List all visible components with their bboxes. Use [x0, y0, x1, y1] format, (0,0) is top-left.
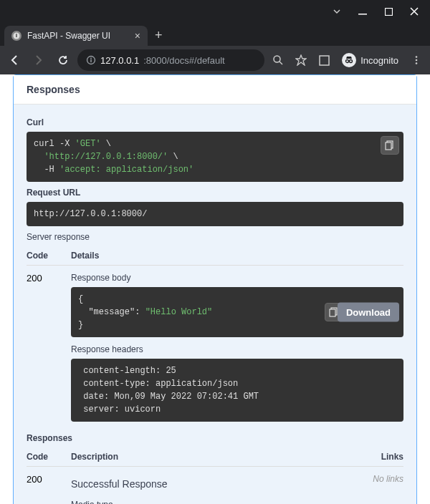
- forward-button[interactable]: [29, 50, 49, 70]
- address-bar[interactable]: 127.0.0.1:8000/docs#/default: [77, 49, 264, 71]
- request-url-value: http://127.0.0.1:8000/: [27, 202, 403, 226]
- col-code-label: Code: [27, 452, 71, 462]
- site-info-icon[interactable]: [86, 55, 96, 65]
- svg-point-5: [90, 58, 92, 59]
- back-button[interactable]: [4, 50, 24, 70]
- url-path: :8000/docs#/default: [143, 55, 224, 66]
- doc-responses-row: 200 No links Successful Response Media t…: [27, 474, 403, 504]
- extensions-icon[interactable]: [315, 51, 333, 69]
- tab-strip: i FastAPI - Swagger UI × +: [0, 23, 430, 46]
- window-close-button[interactable]: [401, 1, 427, 21]
- svg-rect-0: [358, 14, 367, 15]
- new-tab-button[interactable]: +: [148, 25, 170, 46]
- tab-title: FastAPI - Swagger UI: [27, 31, 110, 41]
- successful-response-title: Successful Response: [71, 478, 403, 490]
- hdr-text: content-length: 25: [78, 366, 181, 376]
- responses-title: Responses: [27, 84, 403, 95]
- svg-rect-9: [320, 56, 329, 65]
- copy-curl-button[interactable]: [381, 136, 399, 155]
- status-code: 200: [27, 273, 71, 422]
- curl-label: Curl: [27, 117, 403, 127]
- response-details: Response body { "message": "Hello World"…: [71, 273, 403, 422]
- server-response-label: Server response: [27, 232, 403, 242]
- doc-responses-label: Responses: [27, 433, 403, 443]
- rb-text: "message": [78, 307, 135, 317]
- svg-rect-1: [385, 8, 392, 15]
- download-button[interactable]: Download: [338, 303, 399, 322]
- hdr-text: server: uvicorn: [78, 404, 166, 415]
- col-links-label: Links: [360, 452, 403, 462]
- response-body: { "message": "Hello World" }Download: [71, 287, 403, 337]
- doc-responses-head: Code Description Links: [27, 452, 403, 467]
- svg-text:i: i: [16, 33, 17, 38]
- browser-toolbar: 127.0.0.1:8000/docs#/default Incognito: [0, 46, 430, 74]
- request-url-text: http://127.0.0.1:8000/: [34, 209, 147, 219]
- svg-point-14: [416, 62, 418, 64]
- doc-description: No links Successful Response Media type …: [71, 474, 403, 504]
- operation-body: Curl curl -X 'GET' \ 'http://127.0.0.1:8…: [14, 105, 416, 504]
- col-code-label: Code: [27, 251, 71, 261]
- server-response-head: Code Details: [27, 251, 403, 266]
- svg-rect-6: [90, 59, 91, 62]
- svg-point-12: [416, 56, 418, 58]
- window-caret-icon[interactable]: [324, 1, 350, 21]
- curl-command: curl -X 'GET' \ 'http://127.0.0.1:8000/'…: [27, 132, 403, 182]
- url-host: 127.0.0.1: [100, 55, 139, 66]
- menu-icon[interactable]: [407, 51, 426, 69]
- svg-rect-18: [330, 309, 335, 316]
- reload-button[interactable]: [53, 50, 73, 70]
- col-details-label: Details: [71, 251, 403, 261]
- response-body-label: Response body: [71, 273, 403, 283]
- media-type-label: Media type: [71, 500, 403, 504]
- favicon-icon: i: [11, 31, 22, 41]
- curl-text: 'GET': [75, 139, 101, 149]
- hdr-text: date: Mon,09 May 2022 07:02:41 GMT: [78, 392, 264, 402]
- incognito-label: Incognito: [360, 55, 398, 66]
- browser-tab[interactable]: i FastAPI - Swagger UI ×: [4, 26, 148, 46]
- curl-text: \: [168, 152, 178, 162]
- responses-section-header: Responses: [14, 75, 416, 105]
- svg-point-11: [350, 60, 353, 63]
- response-headers-label: Response headers: [71, 344, 403, 354]
- svg-point-7: [274, 56, 280, 62]
- incognito-indicator[interactable]: Incognito: [338, 53, 403, 67]
- window-maximize-button[interactable]: [376, 1, 401, 21]
- hdr-text: content-type: application/json: [78, 379, 243, 389]
- curl-text: 'accept: application/json': [59, 165, 194, 175]
- rb-text: }: [78, 320, 83, 330]
- window-titlebar: [0, 0, 430, 23]
- curl-text: -H: [34, 165, 59, 175]
- curl-text: 'http://127.0.0.1:8000/': [44, 152, 168, 162]
- tab-close-icon[interactable]: ×: [135, 30, 140, 42]
- curl-text: \: [101, 139, 111, 149]
- doc-status-code: 200: [27, 474, 71, 504]
- incognito-icon: [342, 53, 356, 67]
- curl-text: [34, 152, 44, 162]
- svg-point-13: [416, 59, 418, 62]
- svg-point-10: [346, 60, 349, 63]
- bookmark-icon[interactable]: [292, 51, 310, 69]
- request-url-label: Request URL: [27, 188, 403, 198]
- window-minimize-button[interactable]: [350, 1, 376, 21]
- operation-block: Responses Curl curl -X 'GET' \ 'http://1…: [13, 74, 417, 504]
- curl-text: curl -X: [34, 139, 75, 149]
- rb-text: "Hello World": [145, 307, 213, 317]
- rb-text: :: [135, 307, 145, 317]
- svg-rect-16: [386, 142, 391, 150]
- col-description-label: Description: [71, 452, 360, 462]
- page-viewport[interactable]: Responses Curl curl -X 'GET' \ 'http://1…: [0, 74, 430, 504]
- zoom-icon[interactable]: [269, 51, 287, 69]
- no-links-text: No links: [360, 474, 403, 484]
- response-headers: content-length: 25 content-type: applica…: [71, 359, 403, 422]
- rb-text: {: [78, 294, 83, 304]
- svg-line-8: [280, 62, 282, 64]
- server-response-row: 200 Response body { "message": "Hello Wo…: [27, 273, 403, 422]
